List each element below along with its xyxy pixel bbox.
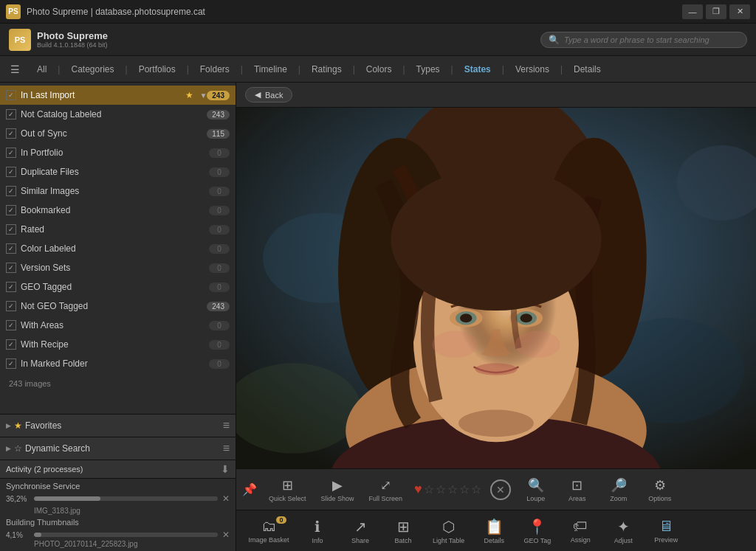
checkbox-color-labeled[interactable]: ✓	[6, 243, 16, 254]
adjust-button[interactable]: ✦ Adjust	[602, 515, 644, 547]
checkbox-bookmarked[interactable]: ✓	[6, 205, 16, 215]
options-button[interactable]: ⚙ Options	[641, 474, 679, 505]
checkbox-with-recipe[interactable]: ✓	[6, 339, 16, 350]
checkbox-rated[interactable]: ✓	[6, 224, 16, 235]
reject-button[interactable]: ✕	[490, 479, 511, 500]
restore-button[interactable]: ❐	[706, 4, 726, 19]
loupe-button[interactable]: 🔍 Loupe	[517, 474, 555, 505]
checkbox-in-last-import[interactable]: ✓	[6, 90, 16, 100]
info-button[interactable]: ℹ Info	[297, 515, 338, 547]
checkbox-with-areas[interactable]: ✓	[6, 320, 16, 330]
tab-folders[interactable]: Folders	[191, 61, 238, 77]
state-item-similar-images[interactable]: ✓ Similar Images 0	[0, 181, 236, 201]
image-basket-label: Image Basket	[248, 536, 289, 544]
brand: PS Photo Supreme Build 4.1.0.1848 (64 bi…	[9, 29, 108, 51]
checkbox-not-geo-tagged[interactable]: ✓	[6, 301, 16, 311]
hamburger-icon[interactable]: ☰	[6, 60, 24, 78]
state-item-with-areas[interactable]: ✓ With Areas 0	[0, 316, 236, 335]
checkbox-geo-tagged[interactable]: ✓	[6, 282, 16, 292]
sync-track-1	[34, 496, 218, 501]
bottom-toolbar: 🗂 Image Basket 0 ℹ Info ↗ Share ⊞ Batch …	[236, 510, 756, 551]
state-item-not-catalog-labeled[interactable]: ✓ Not Catalog Labeled 243	[0, 105, 236, 124]
checkbox-duplicate-files[interactable]: ✓	[6, 167, 16, 177]
checkbox-in-marked-folder[interactable]: ✓	[6, 358, 16, 369]
tab-categories[interactable]: Categories	[62, 61, 123, 77]
close-button[interactable]: ✕	[729, 4, 750, 19]
favorites-label: Favorites	[25, 420, 223, 431]
checkbox-version-sets[interactable]: ✓	[6, 263, 16, 273]
state-badge-similar-images: 0	[209, 187, 230, 196]
slide-show-button[interactable]: ▶ Slide Show	[315, 474, 360, 505]
tab-timeline[interactable]: Timeline	[245, 61, 296, 77]
state-item-version-sets[interactable]: ✓ Version Sets 0	[0, 258, 236, 277]
search-box[interactable]: 🔍	[540, 32, 747, 48]
geo-tag-button[interactable]: 📍 GEO Tag	[516, 515, 558, 547]
state-item-color-labeled[interactable]: ✓ Color Labeled 0	[0, 239, 236, 258]
sync-close-1[interactable]: ✕	[222, 493, 230, 504]
heart-icon[interactable]: ♥	[414, 482, 422, 497]
loupe-icon: 🔍	[528, 477, 544, 493]
light-table-button[interactable]: ⬡ Light Table	[425, 515, 472, 547]
state-item-rated[interactable]: ✓ Rated 0	[0, 220, 236, 239]
state-badge-rated: 0	[209, 225, 230, 235]
dynamic-search-label: Dynamic Search	[25, 443, 223, 454]
search-input[interactable]	[564, 35, 739, 44]
assign-button[interactable]: 🏷 Assign	[560, 515, 601, 547]
share-button[interactable]: ↗ Share	[340, 515, 381, 547]
tab-states[interactable]: States	[456, 61, 500, 77]
state-item-not-geo-tagged[interactable]: ✓ Not GEO Tagged 243	[0, 297, 236, 316]
zoom-button[interactable]: 🔎 Zoom	[599, 474, 638, 505]
favorites-header[interactable]: ▶ ★ Favorites ≡	[0, 415, 236, 437]
state-item-duplicate-files[interactable]: ✓ Duplicate Files 0	[0, 162, 236, 181]
state-item-with-recipe[interactable]: ✓ With Recipe 0	[0, 335, 236, 354]
tab-ratings[interactable]: Ratings	[303, 61, 351, 77]
tab-all[interactable]: All	[28, 61, 55, 77]
options-label: Options	[648, 495, 671, 502]
favorites-menu-icon[interactable]: ≡	[223, 419, 230, 432]
back-button[interactable]: ◀ Back	[245, 87, 292, 103]
tab-types[interactable]: Types	[408, 61, 449, 77]
star-2[interactable]: ☆	[436, 482, 446, 496]
state-label-bookmarked: Bookmarked	[21, 205, 209, 215]
state-item-in-portfolio[interactable]: ✓ In Portfolio 0	[0, 143, 236, 162]
star-3[interactable]: ☆	[447, 482, 458, 496]
state-item-in-last-import[interactable]: ✓ In Last Import ★ ▼ 243	[0, 86, 236, 105]
state-label-in-last-import: In Last Import	[21, 90, 185, 100]
state-item-geo-tagged[interactable]: ✓ GEO Tagged 0	[0, 277, 236, 297]
star-5[interactable]: ☆	[471, 482, 481, 496]
star-1[interactable]: ☆	[424, 482, 434, 496]
dynamic-search-menu-icon[interactable]: ≡	[223, 442, 230, 455]
areas-button[interactable]: ⊡ Areas	[558, 474, 597, 505]
tools-bar: 📌 ⊞ Quick Select ▶ Slide Show ⤢ Full Scr…	[236, 468, 756, 510]
sync-close-2[interactable]: ✕	[222, 530, 230, 540]
tab-versions[interactable]: Versions	[506, 61, 558, 77]
quick-select-button[interactable]: ⊞ Quick Select	[263, 474, 312, 505]
full-screen-button[interactable]: ⤢ Full Screen	[363, 474, 409, 505]
filter-icon: ▼	[199, 91, 207, 100]
minimize-button[interactable]: —	[682, 4, 703, 19]
tab-colors[interactable]: Colors	[357, 61, 401, 77]
checkbox-not-catalog-labeled[interactable]: ✓	[6, 109, 16, 119]
states-list: ✓ In Last Import ★ ▼ 243 ✓ Not Catalog L…	[0, 83, 236, 414]
state-label-not-geo-tagged: Not GEO Tagged	[21, 301, 207, 311]
image-basket-button[interactable]: 🗂 Image Basket 0	[242, 515, 295, 547]
state-item-bookmarked[interactable]: ✓ Bookmarked 0	[0, 201, 236, 220]
tab-portfolios[interactable]: Portfolios	[130, 61, 185, 77]
dynamic-search-header[interactable]: ▶ ☆ Dynamic Search ≡	[0, 437, 236, 460]
zoom-label: Zoom	[610, 495, 627, 502]
star-4[interactable]: ☆	[459, 482, 470, 496]
svg-point-17	[460, 313, 472, 322]
favorites-arrow-icon: ▶	[6, 422, 11, 429]
checkbox-out-of-sync[interactable]: ✓	[6, 128, 16, 139]
tab-details[interactable]: Details	[565, 61, 610, 77]
batch-button[interactable]: ⊞ Batch	[382, 515, 424, 547]
checkbox-in-portfolio[interactable]: ✓	[6, 148, 16, 158]
checkbox-similar-images[interactable]: ✓	[6, 186, 16, 196]
preview-button[interactable]: 🖥 Preview	[645, 515, 687, 547]
state-item-in-marked-folder[interactable]: ✓ In Marked Folder 0	[0, 354, 236, 373]
activity-icon[interactable]: ⬇	[221, 463, 230, 475]
state-item-out-of-sync[interactable]: ✓ Out of Sync 115	[0, 124, 236, 143]
options-icon: ⚙	[654, 477, 666, 493]
share-icon: ↗	[354, 518, 367, 536]
details-button[interactable]: 📋 Details	[473, 515, 515, 547]
